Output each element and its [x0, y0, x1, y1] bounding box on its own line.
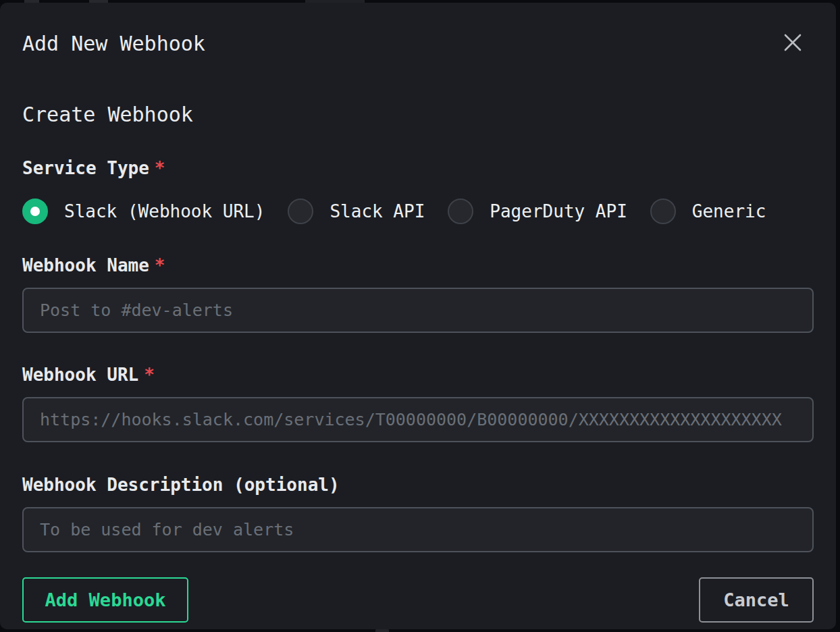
radio-button-icon[interactable] [448, 199, 473, 224]
required-asterisk: * [149, 158, 165, 178]
modal-title: Add New Webhook [22, 32, 205, 55]
close-icon [783, 32, 803, 55]
webhook-description-label: Webhook Description (optional) [22, 473, 814, 496]
radio-button-icon[interactable] [650, 199, 676, 224]
required-asterisk: * [149, 255, 165, 275]
webhook-name-label-text: Webhook Name [22, 255, 149, 275]
webhook-url-input[interactable] [22, 397, 814, 442]
service-type-radio-group: Slack (Webhook URL) Slack API PagerDuty … [22, 199, 814, 224]
service-type-label-text: Service Type [22, 158, 149, 178]
webhook-url-label: Webhook URL* [22, 363, 814, 386]
add-webhook-modal: Add New Webhook Create Webhook Service T… [0, 3, 836, 629]
radio-label: Slack API [330, 201, 425, 221]
radio-button-icon[interactable] [288, 199, 313, 224]
close-button[interactable] [781, 32, 804, 55]
radio-label: PagerDuty API [490, 201, 627, 221]
radio-label: Slack (Webhook URL) [64, 201, 265, 221]
radio-button-icon[interactable] [22, 199, 48, 224]
add-webhook-button[interactable]: Add Webhook [22, 577, 188, 623]
radio-slack-webhook-url[interactable]: Slack (Webhook URL) [22, 199, 265, 224]
webhook-name-input[interactable] [22, 288, 814, 333]
webhook-description-input[interactable] [22, 507, 814, 552]
modal-footer: Add Webhook Cancel [22, 577, 814, 623]
webhook-url-label-text: Webhook URL [22, 365, 138, 385]
webhook-description-label-text: Webhook Description (optional) [22, 475, 340, 495]
radio-slack-api[interactable]: Slack API [288, 199, 425, 224]
radio-label: Generic [692, 201, 766, 221]
required-asterisk: * [138, 365, 155, 385]
cancel-button[interactable]: Cancel [699, 577, 814, 623]
radio-pagerduty-api[interactable]: PagerDuty API [448, 199, 627, 224]
radio-generic[interactable]: Generic [650, 199, 766, 224]
service-type-label: Service Type* [22, 157, 814, 180]
create-webhook-heading: Create Webhook [22, 103, 814, 126]
modal-header: Add New Webhook [22, 30, 814, 56]
webhook-name-label: Webhook Name* [22, 254, 814, 277]
